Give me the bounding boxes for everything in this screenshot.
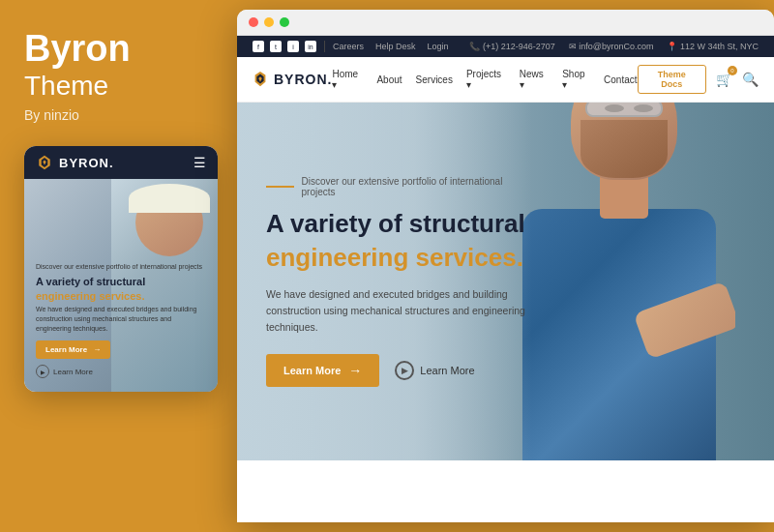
nav-contact[interactable]: Contact (604, 74, 637, 85)
tagline-line (266, 186, 294, 188)
desktop-hero-desc: We have designed and executed bridges an… (266, 286, 527, 335)
cart-button[interactable]: 🛒 0 (716, 71, 732, 88)
topbar-address: 📍 112 W 34th St, NYC (667, 42, 759, 51)
window-close-dot (249, 17, 258, 27)
desktop-nav-logo-text: BYRON. (274, 72, 332, 87)
mobile-mockup: BYRON. ☰ Discover our extensive portfoli… (24, 146, 218, 392)
desktop-mockup: f t i in Careers Help Desk Login 📞 (+1) … (237, 10, 774, 522)
search-icon[interactable]: 🔍 (742, 72, 759, 87)
mobile-hero-title: A variety of structural engineering serv… (36, 275, 206, 303)
hero-learn-more-button[interactable]: Learn More → (266, 354, 379, 387)
mobile-menu-icon[interactable]: ☰ (194, 155, 206, 170)
mobile-btn-primary[interactable]: Learn More → (36, 340, 110, 359)
desktop-topbar-left: f t i in Careers Help Desk Login (253, 41, 449, 52)
theme-subtitle: Theme (24, 70, 131, 103)
theme-by: By ninzio (24, 107, 131, 123)
desktop-navbar: BYRON. Home ▾ About Services Projects ▾ … (237, 57, 774, 103)
mobile-hero: Discover our extensive portfolio of inte… (24, 179, 218, 392)
desktop-topbar-social: f t i in (253, 41, 316, 52)
facebook-icon[interactable]: f (253, 41, 264, 52)
play-circle-icon: ▶ (36, 365, 49, 378)
mobile-logo-text: BYRON. (59, 156, 114, 170)
window-minimize-dot (264, 17, 274, 27)
mobile-btn-secondary[interactable]: ▶ Learn More (36, 365, 206, 378)
desktop-nav-logo[interactable]: BYRON. (253, 71, 332, 88)
nav-services[interactable]: Services (416, 74, 453, 85)
mobile-hero-content: Discover our extensive portfolio of inte… (24, 179, 218, 392)
mobile-hero-title-orange: engineering services. (36, 290, 145, 302)
desktop-topbar: f t i in Careers Help Desk Login 📞 (+1) … (237, 36, 774, 57)
nav-shop[interactable]: Shop ▾ (562, 69, 590, 90)
desktop-hero-buttons: Learn More → ▶ Learn More (266, 354, 527, 387)
desktop-topbar-right: 📞 (+1) 212-946-2707 ✉ info@byronCo.com 📍… (469, 42, 759, 51)
login-link[interactable]: Login (428, 42, 449, 51)
desktop-nav-links: Home ▾ About Services Projects ▾ News ▾ … (332, 69, 637, 90)
mobile-hero-desc: We have designed and executed bridges an… (36, 305, 206, 333)
instagram-icon[interactable]: i (287, 41, 299, 52)
desktop-topbar-links: Careers Help Desk Login (333, 42, 449, 51)
desktop-hero-title-block: A variety of structural engineering serv… (266, 209, 527, 286)
desktop-hero-tagline: Discover our extensive portfolio of inte… (266, 176, 527, 197)
window-maximize-dot (280, 17, 289, 27)
desktop-hero: Discover our extensive portfolio of inte… (237, 103, 774, 460)
linkedin-icon[interactable]: in (305, 41, 316, 52)
play-circle-icon: ▶ (395, 361, 414, 380)
nav-projects[interactable]: Projects ▾ (466, 69, 506, 90)
hero-learn-more-secondary-button[interactable]: ▶ Learn More (395, 361, 474, 380)
careers-link[interactable]: Careers (333, 42, 364, 51)
theme-title: Byron (24, 29, 131, 70)
theme-docs-button[interactable]: Theme Docs (638, 65, 706, 94)
mobile-hero-tagline: Discover our extensive portfolio of inte… (36, 262, 206, 271)
topbar-email: ✉ info@byronCo.com (569, 42, 654, 51)
theme-title-block: Byron Theme By ninzio (24, 29, 131, 146)
arrow-icon: → (348, 363, 362, 378)
topbar-divider (324, 41, 325, 52)
desktop-nav-actions: Theme Docs 🛒 0 🔍 (638, 65, 759, 94)
mobile-logo-icon (36, 154, 53, 171)
desktop-hero-content: Discover our extensive portfolio of inte… (237, 103, 556, 460)
left-panel: Byron Theme By ninzio BYRON. ☰ (0, 0, 237, 532)
nav-news[interactable]: News ▾ (520, 69, 549, 90)
nav-about[interactable]: About (376, 74, 402, 85)
mobile-logo-area: BYRON. (36, 154, 114, 171)
topbar-phone: 📞 (+1) 212-946-2707 (469, 42, 554, 51)
cart-badge: 0 (728, 66, 737, 75)
twitter-icon[interactable]: t (270, 41, 282, 52)
desktop-hero-title: A variety of structural (266, 209, 527, 239)
nav-home[interactable]: Home ▾ (332, 69, 363, 90)
desktop-logo-icon (253, 71, 268, 88)
arrow-icon: → (93, 345, 101, 354)
mobile-top-bar: BYRON. ☰ (24, 146, 218, 179)
desktop-hero-title-orange: engineering services. (266, 243, 527, 273)
desktop-window-bar (237, 10, 774, 36)
helpdesk-link[interactable]: Help Desk (375, 42, 416, 51)
